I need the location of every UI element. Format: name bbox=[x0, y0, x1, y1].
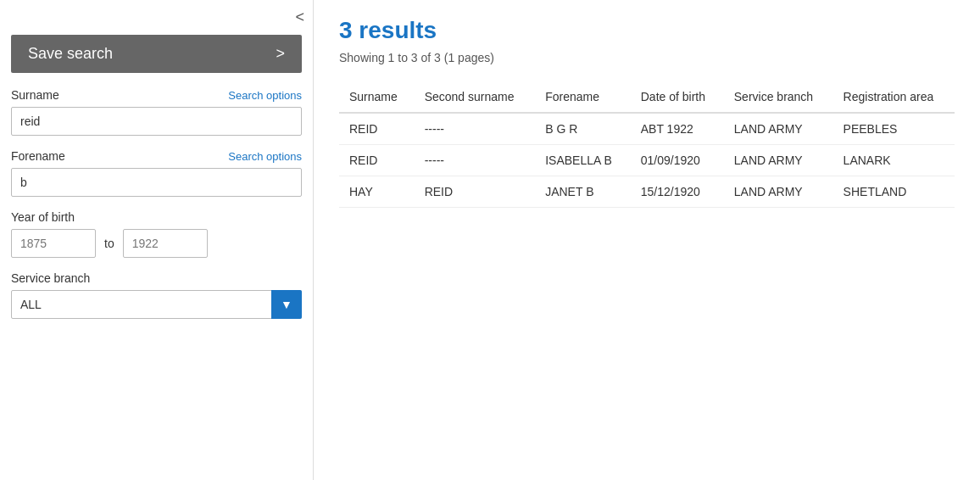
cell-date-of-birth: 15/12/1920 bbox=[631, 176, 724, 208]
cell-registration-area: LANARK bbox=[833, 145, 955, 176]
sidebar-header: < bbox=[0, 0, 313, 26]
forename-label: Forename bbox=[11, 149, 65, 163]
year-from-input[interactable] bbox=[11, 229, 96, 258]
results-title: 3 results bbox=[339, 17, 955, 44]
forename-input[interactable] bbox=[11, 168, 302, 197]
service-branch-header: Service branch bbox=[11, 271, 302, 285]
collapse-button[interactable]: < bbox=[295, 8, 304, 26]
cell-second-surname: ----- bbox=[415, 145, 535, 176]
table-row[interactable]: HAY REID JANET B 15/12/1920 LAND ARMY SH… bbox=[339, 176, 955, 208]
service-branch-group: Service branch ALL LAND ARMY OTHER ▼ bbox=[0, 265, 313, 326]
cell-registration-area: SHETLAND bbox=[833, 176, 955, 208]
cell-service-branch: LAND ARMY bbox=[724, 145, 833, 176]
col-service-branch: Service branch bbox=[724, 81, 833, 113]
surname-input[interactable] bbox=[11, 107, 302, 136]
table-header-row: Surname Second surname Forename Date of … bbox=[339, 81, 955, 113]
main-content: 3 results Showing 1 to 3 of 3 (1 pages) … bbox=[314, 0, 980, 480]
to-label: to bbox=[104, 237, 114, 250]
cell-surname: REID bbox=[339, 113, 415, 145]
cell-second-surname: REID bbox=[415, 176, 535, 208]
cell-forename: ISABELLA B bbox=[535, 145, 631, 176]
forename-header: Forename Search options bbox=[11, 149, 302, 163]
year-of-birth-header: Year of birth bbox=[11, 210, 302, 224]
surname-header: Surname Search options bbox=[11, 88, 302, 102]
cell-service-branch: LAND ARMY bbox=[724, 176, 833, 208]
results-table: Surname Second surname Forename Date of … bbox=[339, 81, 955, 208]
col-date-of-birth: Date of birth bbox=[631, 81, 724, 113]
col-registration-area: Registration area bbox=[833, 81, 955, 113]
cell-date-of-birth: 01/09/1920 bbox=[631, 145, 724, 176]
save-search-arrow-icon: > bbox=[276, 45, 285, 63]
forename-group: Forename Search options bbox=[0, 142, 313, 204]
cell-service-branch: LAND ARMY bbox=[724, 113, 833, 145]
table-row[interactable]: REID ----- B G R ABT 1922 LAND ARMY PEEB… bbox=[339, 113, 955, 145]
cell-registration-area: PEEBLES bbox=[833, 113, 955, 145]
service-branch-row: ALL LAND ARMY OTHER ▼ bbox=[11, 290, 302, 319]
save-search-button[interactable]: Save search > bbox=[11, 35, 302, 73]
chevron-left-icon: < bbox=[295, 8, 304, 25]
cell-forename: JANET B bbox=[535, 176, 631, 208]
service-branch-select[interactable]: ALL LAND ARMY OTHER bbox=[11, 290, 302, 319]
cell-forename: B G R bbox=[535, 113, 631, 145]
surname-search-options-link[interactable]: Search options bbox=[228, 89, 302, 102]
col-surname: Surname bbox=[339, 81, 415, 113]
year-row: to bbox=[11, 229, 302, 258]
cell-surname: REID bbox=[339, 145, 415, 176]
cell-second-surname: ----- bbox=[415, 113, 535, 145]
service-branch-dropdown-button[interactable]: ▼ bbox=[271, 290, 302, 319]
cell-surname: HAY bbox=[339, 176, 415, 208]
save-search-label: Save search bbox=[28, 45, 113, 63]
table-header: Surname Second surname Forename Date of … bbox=[339, 81, 955, 113]
showing-text: Showing 1 to 3 of 3 (1 pages) bbox=[339, 51, 955, 64]
service-branch-label: Service branch bbox=[11, 271, 90, 285]
table-row[interactable]: REID ----- ISABELLA B 01/09/1920 LAND AR… bbox=[339, 145, 955, 176]
col-second-surname: Second surname bbox=[415, 81, 535, 113]
col-forename: Forename bbox=[535, 81, 631, 113]
chevron-down-icon: ▼ bbox=[281, 298, 292, 311]
surname-label: Surname bbox=[11, 88, 59, 102]
year-of-birth-group: Year of birth to bbox=[0, 204, 313, 265]
forename-search-options-link[interactable]: Search options bbox=[228, 150, 302, 163]
year-to-input[interactable] bbox=[123, 229, 208, 258]
sidebar: < Save search > Surname Search options F… bbox=[0, 0, 314, 480]
table-body: REID ----- B G R ABT 1922 LAND ARMY PEEB… bbox=[339, 113, 955, 208]
surname-group: Surname Search options bbox=[0, 81, 313, 142]
year-of-birth-label: Year of birth bbox=[11, 210, 75, 224]
cell-date-of-birth: ABT 1922 bbox=[631, 113, 724, 145]
